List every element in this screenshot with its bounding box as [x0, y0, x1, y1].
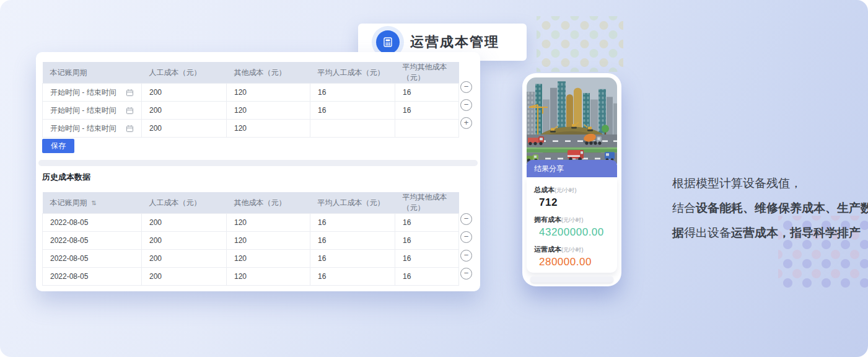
- avg-other-cost-cell: 16: [395, 84, 459, 102]
- history-header-row: 本记账周期 ⇅ 人工成本（元） 其他成本（元） 平均人工成本（元） 平均其他成本…: [43, 192, 459, 214]
- col-header-period: 本记账周期: [43, 62, 142, 84]
- result-share-header: 结果分享: [527, 160, 617, 177]
- total-cost-unit: (元/小时): [555, 187, 577, 193]
- col-header-period: 本记账周期 ⇅: [43, 192, 142, 214]
- labor-cost-cell[interactable]: 200: [142, 120, 227, 138]
- avg-other-cost-cell: 16: [395, 102, 459, 120]
- operation-cost-value: 280000.00: [534, 254, 617, 268]
- calculator-icon: [376, 30, 400, 54]
- avg-labor-cost-cell: 16: [310, 102, 395, 120]
- feature-description: 根据模型计算设备残值， 结合设备能耗、维修保养成本、生产数 据得出设备运营成本，…: [672, 171, 868, 245]
- remove-row-button[interactable]: −: [460, 268, 472, 280]
- sort-icon[interactable]: ⇅: [92, 200, 97, 206]
- operation-cost-unit: (元/小时): [561, 247, 584, 253]
- avg-other-cost-cell: [395, 120, 459, 138]
- other-cost-cell[interactable]: 120: [227, 84, 310, 102]
- total-cost-label: 总成本: [534, 186, 555, 193]
- phone-mockup: 结果分享 总成本(元/小时) 712 拥有成本(元/小时) 43200000.0…: [522, 73, 621, 286]
- calendar-icon[interactable]: [126, 89, 134, 97]
- remove-row-button[interactable]: −: [460, 99, 472, 111]
- period-cell: 2022-08-05: [43, 232, 142, 250]
- avg-labor-cost-cell: 16: [310, 214, 395, 232]
- avg-other-cost-cell: 16: [395, 268, 459, 286]
- remove-row-button[interactable]: −: [460, 81, 472, 93]
- total-cost-value: 712: [534, 195, 617, 209]
- ownership-cost-value: 43200000.00: [534, 224, 617, 239]
- cost-management-panel: 本记账周期 人工成本（元） 其他成本（元） 平均人工成本（元） 平均其他成本（元…: [36, 52, 480, 291]
- history-row: 2022-08-05 200 120 16 16: [43, 232, 459, 250]
- period-cell: 2022-08-05: [43, 214, 142, 232]
- col-header-avg-labor-cost: 平均人工成本（元）: [310, 192, 395, 214]
- description-line: 根据模型计算设备残值，: [672, 171, 868, 196]
- operation-cost-label: 运营成本: [534, 245, 561, 253]
- other-cost-cell: 120: [227, 268, 310, 286]
- history-row: 2022-08-05 200 120 16 16: [43, 250, 459, 268]
- period-range-picker[interactable]: 开始时间 - 结束时间: [43, 84, 142, 102]
- ownership-cost-stat: 拥有成本(元/小时) 43200000.00: [534, 213, 617, 239]
- labor-cost-cell[interactable]: 200: [142, 102, 227, 120]
- avg-labor-cost-cell: [310, 120, 395, 138]
- col-header-labor-cost: 人工成本（元）: [142, 62, 227, 84]
- ownership-cost-label: 拥有成本: [534, 216, 561, 223]
- avg-other-cost-cell: 16: [395, 214, 459, 232]
- history-section-title: 历史成本数据: [42, 172, 90, 183]
- col-header-avg-other-cost: 平均其他成本（元）: [395, 192, 459, 214]
- period-cell: 2022-08-05: [43, 268, 142, 286]
- other-cost-cell: 120: [227, 214, 310, 232]
- description-line: 据得出设备运营成本，指导科学排产: [672, 221, 868, 245]
- calendar-icon[interactable]: [126, 107, 134, 115]
- editor-header-row: 本记账周期 人工成本（元） 其他成本（元） 平均人工成本（元） 平均其他成本（元…: [43, 62, 459, 84]
- editor-row: 开始时间 - 结束时间 200 120: [43, 120, 459, 138]
- decor-dots-top: [537, 16, 623, 72]
- cost-editor-table: 本记账周期 人工成本（元） 其他成本（元） 平均人工成本（元） 平均其他成本（元…: [42, 62, 459, 138]
- editor-row: 开始时间 - 结束时间 200 120 16 16: [43, 102, 459, 120]
- calendar-icon[interactable]: [126, 125, 134, 133]
- add-row-button[interactable]: +: [460, 117, 472, 129]
- operation-cost-stat: 运营成本(元/小时) 280000.00: [534, 243, 617, 268]
- col-header-other-cost: 其他成本（元）: [227, 192, 310, 214]
- col-header-labor-cost: 人工成本（元）: [142, 192, 227, 214]
- period-range-picker[interactable]: 开始时间 - 结束时间: [43, 102, 142, 120]
- avg-labor-cost-cell: 16: [310, 84, 395, 102]
- avg-labor-cost-cell: 16: [310, 232, 395, 250]
- save-button[interactable]: 保存: [42, 139, 74, 153]
- history-row: 2022-08-05 200 120 16 16: [43, 214, 459, 232]
- remove-row-button[interactable]: −: [460, 231, 472, 243]
- labor-cost-cell: 200: [142, 268, 227, 286]
- screenshot-canvas: 运营成本管理 本记账周期 人工成本（元） 其他成本（元） 平均人工成本（元） 平…: [0, 0, 868, 357]
- history-row: 2022-08-05 200 120 16 16: [43, 268, 459, 286]
- labor-cost-cell: 200: [142, 214, 227, 232]
- other-cost-cell: 120: [227, 250, 310, 268]
- cost-result-card: 总成本(元/小时) 712 拥有成本(元/小时) 43200000.00 运营成…: [527, 177, 617, 273]
- col-header-avg-other-cost: 平均其他成本（元）: [395, 62, 459, 84]
- period-cell: 2022-08-05: [43, 250, 142, 268]
- avg-other-cost-cell: 16: [395, 232, 459, 250]
- history-cost-table: 本记账周期 ⇅ 人工成本（元） 其他成本（元） 平均人工成本（元） 平均其他成本…: [42, 192, 459, 286]
- avg-other-cost-cell: 16: [395, 250, 459, 268]
- construction-city-illustration: [527, 77, 617, 164]
- section-divider: [38, 160, 478, 166]
- col-header-other-cost: 其他成本（元）: [227, 62, 310, 84]
- description-line: 结合设备能耗、维修保养成本、生产数: [672, 196, 868, 221]
- labor-cost-cell: 200: [142, 250, 227, 268]
- editor-row: 开始时间 - 结束时间 200 120 16 16: [43, 84, 459, 102]
- avg-labor-cost-cell: 16: [310, 268, 395, 286]
- ownership-cost-unit: (元/小时): [561, 217, 584, 223]
- other-cost-cell[interactable]: 120: [227, 102, 310, 120]
- avg-labor-cost-cell: 16: [310, 250, 395, 268]
- other-cost-cell: 120: [227, 232, 310, 250]
- total-cost-stat: 总成本(元/小时) 712: [534, 183, 617, 209]
- labor-cost-cell[interactable]: 200: [142, 84, 227, 102]
- remove-row-button[interactable]: −: [460, 213, 472, 225]
- col-header-avg-labor-cost: 平均人工成本（元）: [310, 62, 395, 84]
- labor-cost-cell: 200: [142, 232, 227, 250]
- period-range-picker[interactable]: 开始时间 - 结束时间: [43, 120, 142, 138]
- stacked-card-edge: [530, 276, 613, 283]
- remove-row-button[interactable]: −: [460, 250, 472, 262]
- other-cost-cell[interactable]: 120: [227, 120, 310, 138]
